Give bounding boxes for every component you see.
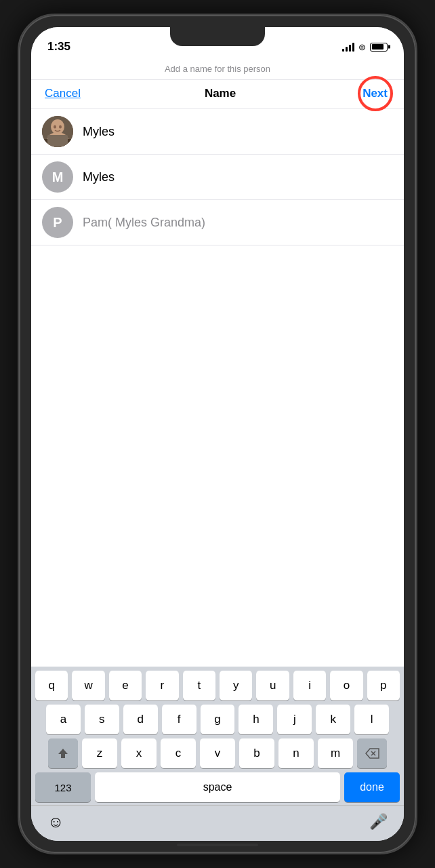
list-item[interactable]: M Myles	[31, 155, 404, 200]
keyboard: q w e r t y u i o p a s d f g h j k	[31, 667, 404, 841]
key-j[interactable]: j	[277, 705, 312, 734]
key-t[interactable]: t	[183, 671, 215, 701]
key-h[interactable]: h	[239, 705, 273, 734]
svg-point-1	[51, 119, 64, 134]
key-u[interactable]: u	[256, 671, 289, 701]
next-button[interactable]: Next	[360, 85, 390, 101]
keyboard-bottom-row: 123 space done	[31, 768, 404, 805]
emoji-key[interactable]: ☺	[47, 812, 64, 831]
delete-icon	[365, 748, 379, 759]
contact-name: Pam( Myles Grandma)	[83, 216, 205, 230]
cancel-button[interactable]: Cancel	[45, 87, 81, 100]
space-key[interactable]: space	[95, 772, 340, 802]
key-p[interactable]: p	[367, 671, 400, 701]
keyboard-row-2: a s d f g h j k l	[31, 701, 404, 734]
contact-name: Myles	[83, 125, 115, 139]
key-r[interactable]: r	[146, 671, 178, 701]
battery-icon	[370, 43, 388, 52]
shift-key[interactable]	[48, 738, 78, 768]
shift-icon	[57, 747, 69, 760]
battery-fill	[372, 44, 384, 50]
key-y[interactable]: y	[220, 671, 252, 701]
key-w[interactable]: w	[72, 671, 104, 701]
contacts-list: Myles M Myles P Pam( Myles Grandma)	[31, 109, 404, 667]
next-button-wrapper: Next	[360, 87, 390, 100]
nav-header: Cancel Name Next	[31, 80, 404, 109]
wifi-icon: ⊜	[358, 42, 366, 52]
phone-frame: 1:35 ⊜ Add a name for this person Cancel…	[18, 14, 417, 854]
keyboard-accessory: ☺ 🎤	[31, 805, 404, 841]
notch	[170, 27, 265, 46]
keyboard-row-3: z x c v b n m	[31, 734, 404, 768]
key-n[interactable]: n	[278, 738, 314, 768]
key-v[interactable]: v	[200, 738, 235, 768]
nav-subtitle: Add a name for this person	[31, 61, 404, 80]
avatar-photo	[42, 116, 73, 147]
list-item[interactable]: Myles	[31, 109, 404, 155]
key-i[interactable]: i	[293, 671, 326, 701]
avatar: M	[42, 161, 73, 193]
key-m[interactable]: m	[318, 738, 353, 768]
home-indicator[interactable]	[177, 844, 258, 846]
svg-marker-7	[58, 749, 68, 758]
key-g[interactable]: g	[201, 705, 235, 734]
screen: 1:35 ⊜ Add a name for this person Cancel…	[31, 27, 404, 841]
key-l[interactable]: l	[354, 705, 389, 734]
key-q[interactable]: q	[35, 671, 68, 701]
key-c[interactable]: c	[161, 738, 196, 768]
key-a[interactable]: a	[46, 705, 81, 734]
avatar	[42, 116, 73, 147]
key-s[interactable]: s	[85, 705, 119, 734]
list-item[interactable]: P Pam( Myles Grandma)	[31, 200, 404, 245]
key-b[interactable]: b	[239, 738, 274, 768]
keyboard-row-1: q w e r t y u i o p	[31, 667, 404, 701]
status-time: 1:35	[47, 40, 70, 54]
key-f[interactable]: f	[162, 705, 196, 734]
done-key[interactable]: done	[344, 772, 400, 802]
avatar-photo-svg	[42, 116, 73, 147]
key-o[interactable]: o	[330, 671, 362, 701]
svg-point-4	[54, 125, 56, 129]
page-title: Name	[205, 87, 236, 100]
status-icons: ⊜	[342, 42, 388, 52]
number-key[interactable]: 123	[35, 772, 91, 802]
key-x[interactable]: x	[121, 738, 157, 768]
mic-key[interactable]: 🎤	[369, 813, 388, 831]
key-d[interactable]: d	[123, 705, 158, 734]
svg-point-5	[59, 125, 62, 129]
key-z[interactable]: z	[82, 738, 117, 768]
avatar: P	[42, 207, 73, 238]
key-k[interactable]: k	[316, 705, 350, 734]
contact-name: Myles	[83, 170, 115, 184]
key-e[interactable]: e	[109, 671, 142, 701]
signal-bars-icon	[342, 43, 354, 52]
delete-key[interactable]	[357, 738, 387, 768]
svg-rect-6	[47, 135, 68, 147]
